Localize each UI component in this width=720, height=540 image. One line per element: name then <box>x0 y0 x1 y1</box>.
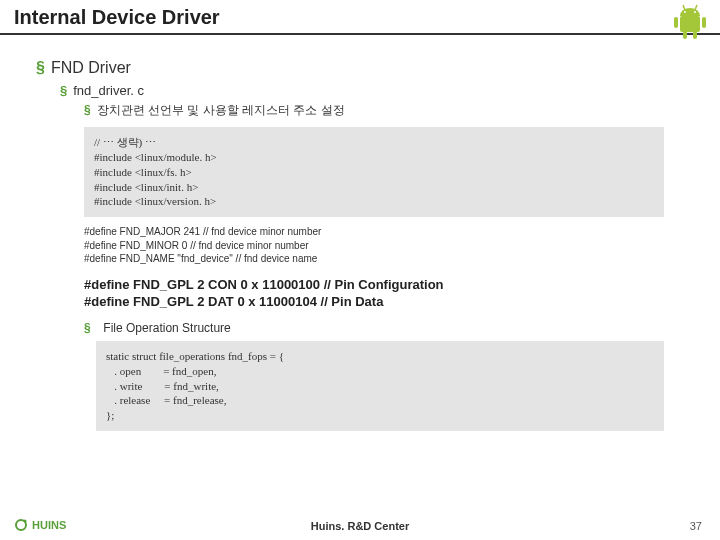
defines-small: #define FND_MAJOR 241 // fnd device mino… <box>84 225 684 266</box>
bullet-icon: § <box>84 321 91 335</box>
svg-point-7 <box>684 11 686 13</box>
lvl2-text: fnd_driver. c <box>73 83 144 98</box>
heading-lvl1: §FND Driver <box>36 59 684 77</box>
bullet-icon: § <box>36 59 45 76</box>
title-bar: Internal Device Driver <box>0 0 720 35</box>
android-icon <box>668 2 712 44</box>
lvl3a-text: 장치관련 선언부 및 사용할 레지스터 주소 설정 <box>97 103 345 117</box>
heading-lvl2: §fnd_driver. c <box>60 83 684 98</box>
heading-lvl3b: § File Operation Structure <box>84 321 684 335</box>
svg-rect-0 <box>680 16 700 32</box>
defines-bold: #define FND_GPL 2 CON 0 x 11000100 // Pi… <box>84 276 684 311</box>
page-title: Internal Device Driver <box>14 6 220 29</box>
svg-rect-2 <box>702 17 706 28</box>
content: §FND Driver §fnd_driver. c §장치관련 선언부 및 사… <box>0 35 720 431</box>
svg-rect-3 <box>683 31 687 39</box>
code1-text: // ⋯ 생략) ⋯ #include <linux/module. h> #i… <box>94 135 654 209</box>
svg-rect-4 <box>693 31 697 39</box>
svg-line-6 <box>695 5 697 10</box>
code-block-fops: static struct file_operations fnd_fops =… <box>96 341 664 431</box>
svg-point-8 <box>694 11 696 13</box>
bullet-icon: § <box>84 103 91 117</box>
code-block-includes: // ⋯ 생략) ⋯ #include <linux/module. h> #i… <box>84 127 664 217</box>
lvl3b-text: File Operation Structure <box>103 321 230 335</box>
heading-lvl3: §장치관련 선언부 및 사용할 레지스터 주소 설정 <box>84 102 684 119</box>
bigdef-text: #define FND_GPL 2 CON 0 x 11000100 // Pi… <box>84 276 684 311</box>
svg-line-5 <box>683 5 685 10</box>
defs-text: #define FND_MAJOR 241 // fnd device mino… <box>84 225 684 266</box>
svg-rect-1 <box>674 17 678 28</box>
code2-text: static struct file_operations fnd_fops =… <box>106 349 654 423</box>
page-number: 37 <box>690 520 702 532</box>
bullet-icon: § <box>60 83 67 98</box>
footer-text: Huins. R&D Center <box>0 520 720 532</box>
lvl1-text: FND Driver <box>51 59 131 76</box>
